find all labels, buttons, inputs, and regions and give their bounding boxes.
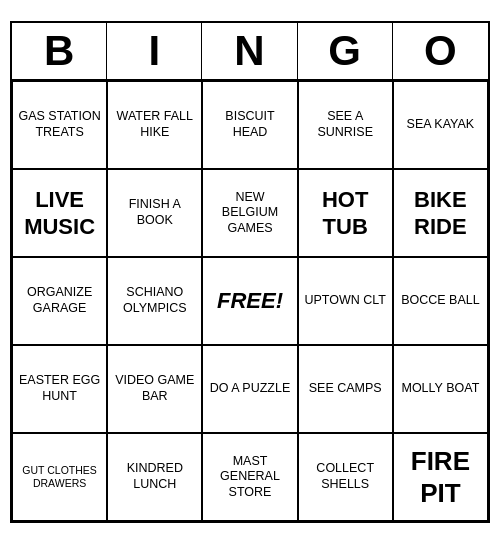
bingo-cell-22: MAST GENERAL STORE: [202, 433, 297, 521]
bingo-cell-8: HOT TUB: [298, 169, 393, 257]
bingo-cell-16: VIDEO GAME BAR: [107, 345, 202, 433]
bingo-cell-5: LIVE MUSIC: [12, 169, 107, 257]
bingo-cell-10: ORGANIZE GARAGE: [12, 257, 107, 345]
bingo-card: BINGO GAS STATION TREATSWATER FALL HIKEB…: [10, 21, 490, 523]
bingo-cell-19: MOLLY BOAT: [393, 345, 488, 433]
bingo-letter-o: O: [393, 23, 488, 79]
bingo-cell-0: GAS STATION TREATS: [12, 81, 107, 169]
bingo-cell-23: COLLECT SHELLS: [298, 433, 393, 521]
bingo-cell-21: KINDRED LUNCH: [107, 433, 202, 521]
bingo-cell-6: FINISH A BOOK: [107, 169, 202, 257]
bingo-cell-2: BISCUIT HEAD: [202, 81, 297, 169]
bingo-cell-13: UPTOWN CLT: [298, 257, 393, 345]
bingo-letter-b: B: [12, 23, 107, 79]
bingo-cell-24: FIRE PIT: [393, 433, 488, 521]
bingo-letter-g: G: [298, 23, 393, 79]
bingo-cell-15: EASTER EGG HUNT: [12, 345, 107, 433]
bingo-cell-4: SEA KAYAK: [393, 81, 488, 169]
bingo-cell-20: GUT CLOTHES DRAWERS: [12, 433, 107, 521]
bingo-cell-17: DO A PUZZLE: [202, 345, 297, 433]
bingo-cell-9: BIKE RIDE: [393, 169, 488, 257]
bingo-header: BINGO: [12, 23, 488, 81]
bingo-cell-14: BOCCE BALL: [393, 257, 488, 345]
bingo-cell-1: WATER FALL HIKE: [107, 81, 202, 169]
bingo-cell-12: Free!: [202, 257, 297, 345]
bingo-cell-7: NEW BELGIUM GAMES: [202, 169, 297, 257]
bingo-cell-18: SEE CAMPS: [298, 345, 393, 433]
bingo-grid: GAS STATION TREATSWATER FALL HIKEBISCUIT…: [12, 81, 488, 521]
bingo-letter-i: I: [107, 23, 202, 79]
bingo-cell-11: SCHIANO OLYMPICS: [107, 257, 202, 345]
bingo-letter-n: N: [202, 23, 297, 79]
bingo-cell-3: SEE A SUNRISE: [298, 81, 393, 169]
